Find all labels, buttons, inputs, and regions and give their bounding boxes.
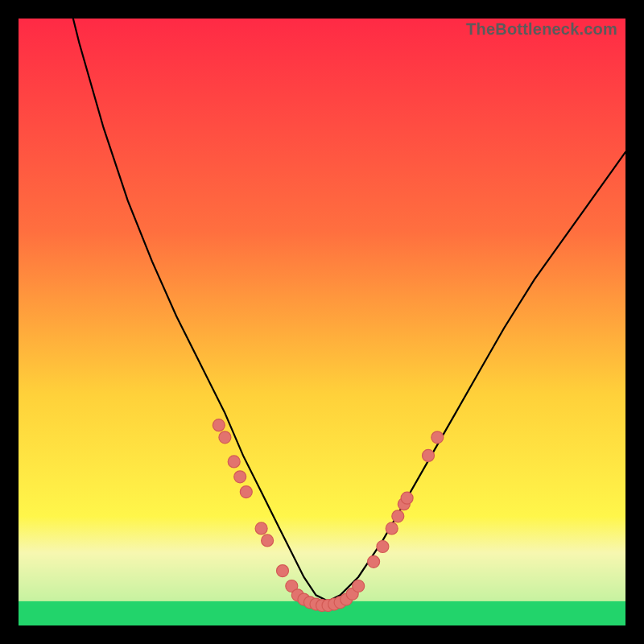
chart-svg bbox=[19, 19, 625, 625]
data-point bbox=[401, 492, 413, 504]
data-point bbox=[213, 419, 225, 431]
band-ok bbox=[19, 553, 625, 601]
data-point bbox=[255, 522, 267, 535]
data-point bbox=[423, 449, 435, 461]
data-point bbox=[228, 456, 240, 468]
data-point bbox=[368, 555, 380, 568]
plot-area bbox=[19, 19, 625, 625]
data-point bbox=[219, 431, 231, 444]
data-point bbox=[234, 471, 246, 483]
data-point bbox=[386, 522, 398, 535]
data-point bbox=[431, 431, 444, 444]
data-point bbox=[392, 510, 404, 522]
data-point bbox=[262, 535, 274, 547]
heatmap-gradient bbox=[19, 19, 625, 625]
data-point bbox=[377, 541, 389, 553]
data-point bbox=[277, 565, 289, 577]
data-point bbox=[240, 486, 252, 498]
watermark-text: TheBottleneck.com bbox=[466, 20, 617, 39]
data-point bbox=[353, 580, 365, 592]
chart-frame: TheBottleneck.com bbox=[19, 19, 625, 625]
